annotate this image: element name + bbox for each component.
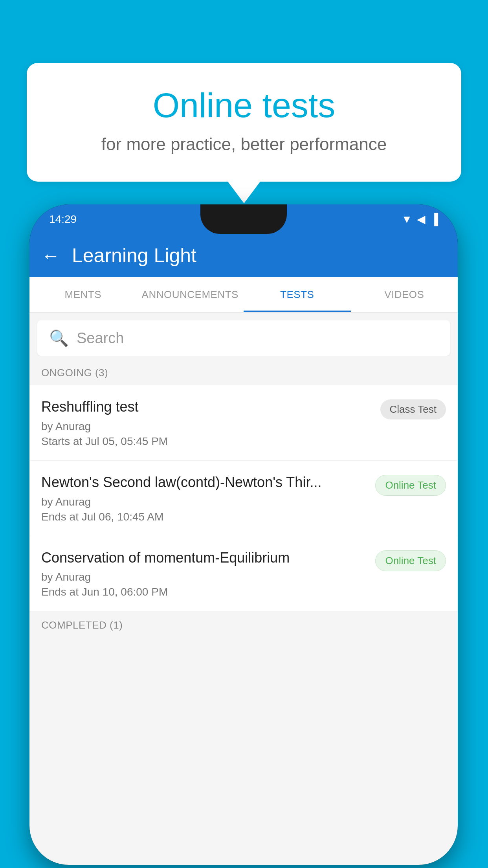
signal-icon: ◀ <box>417 213 426 226</box>
test-date-3: Ends at Jun 10, 06:00 PM <box>41 586 367 598</box>
search-placeholder: Search <box>77 330 124 347</box>
tab-videos[interactable]: VIDEOS <box>351 277 458 312</box>
tab-bar: MENTS ANNOUNCEMENTS TESTS VIDEOS <box>29 277 458 313</box>
test-item-1[interactable]: Reshuffling test by Anurag Starts at Jul… <box>29 385 458 461</box>
test-by-3: by Anurag <box>41 571 367 583</box>
test-item-3[interactable]: Conservation of momentum-Equilibrium by … <box>29 536 458 612</box>
test-badge-2: Online Test <box>375 475 446 496</box>
screen-content: 🔍 Search ONGOING (3) Reshuffling test by… <box>29 313 458 865</box>
search-bar[interactable]: 🔍 Search <box>37 320 450 356</box>
test-info-3: Conservation of momentum-Equilibrium by … <box>41 549 367 599</box>
test-name-1: Reshuffling test <box>41 398 372 416</box>
test-list: Reshuffling test by Anurag Starts at Jul… <box>29 385 458 611</box>
phone-frame: 14:29 ▼ ◀ ▐ ← Learning Light MENTS ANNOU… <box>29 204 458 865</box>
app-title: Learning Light <box>72 244 196 267</box>
tab-tests[interactable]: TESTS <box>244 277 351 312</box>
bubble-title: Online tests <box>58 86 430 125</box>
test-item-2[interactable]: Newton's Second law(contd)-Newton's Thir… <box>29 461 458 536</box>
ongoing-section-header: ONGOING (3) <box>29 356 458 385</box>
test-by-2: by Anurag <box>41 496 367 508</box>
test-by-1: by Anurag <box>41 420 372 433</box>
app-bar: ← Learning Light <box>29 234 458 277</box>
test-name-2: Newton's Second law(contd)-Newton's Thir… <box>41 473 367 492</box>
test-date-1: Starts at Jul 05, 05:45 PM <box>41 435 372 448</box>
test-info-1: Reshuffling test by Anurag Starts at Jul… <box>41 398 372 448</box>
test-info-2: Newton's Second law(contd)-Newton's Thir… <box>41 473 367 523</box>
battery-icon: ▐ <box>430 213 438 226</box>
test-badge-1: Class Test <box>380 399 446 419</box>
status-bar: 14:29 ▼ ◀ ▐ <box>29 204 458 234</box>
test-name-3: Conservation of momentum-Equilibrium <box>41 549 367 567</box>
speech-bubble: Online tests for more practice, better p… <box>27 63 461 182</box>
search-icon: 🔍 <box>49 329 69 348</box>
status-icons: ▼ ◀ ▐ <box>401 213 438 226</box>
test-date-2: Ends at Jul 06, 10:45 AM <box>41 511 367 523</box>
bubble-subtitle: for more practice, better performance <box>58 134 430 154</box>
completed-section-header: COMPLETED (1) <box>29 611 458 635</box>
test-badge-3: Online Test <box>375 550 446 571</box>
wifi-icon: ▼ <box>401 213 412 226</box>
tab-ments[interactable]: MENTS <box>29 277 137 312</box>
back-button[interactable]: ← <box>41 245 60 267</box>
status-time: 14:29 <box>49 213 77 226</box>
tab-announcements[interactable]: ANNOUNCEMENTS <box>137 277 244 312</box>
